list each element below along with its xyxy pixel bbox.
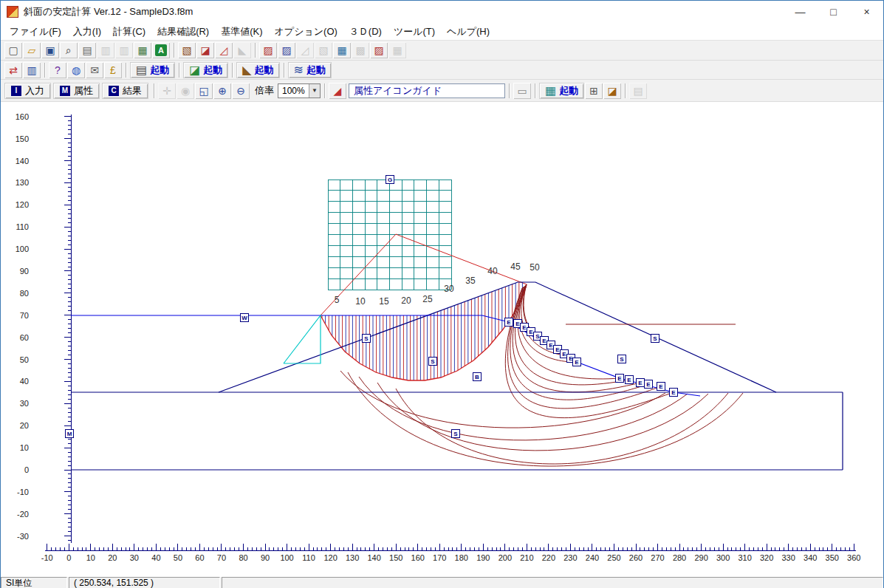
menu-item-5[interactable]: オプション(O) — [269, 24, 343, 40]
attribute-launch-button[interactable]: ▦起動 — [539, 83, 584, 99]
mode-result-button[interactable]: C結果 — [102, 83, 148, 99]
svg-text:5: 5 — [335, 295, 340, 305]
svg-text:70: 70 — [20, 311, 29, 320]
launch-label: 起動 — [150, 64, 169, 77]
attribute-a-icon-glyph: A — [155, 44, 167, 56]
svg-text:320: 320 — [760, 553, 773, 562]
drawing-canvas[interactable]: 1601501401301201101009080706050403020100… — [1, 102, 883, 576]
fem-tool-launch-button[interactable]: ≋起動 — [288, 62, 332, 78]
svg-text:E: E — [522, 324, 527, 331]
zoom-window-icon[interactable]: ◱ — [195, 83, 213, 99]
svg-text:150: 150 — [389, 553, 402, 562]
svg-text:30: 30 — [130, 553, 139, 562]
save-icon-glyph: ▣ — [45, 45, 55, 55]
app-icon — [7, 6, 18, 18]
zoom-label: 倍率 — [255, 84, 274, 98]
report-icon[interactable]: ▤ — [78, 42, 96, 58]
svg-text:50: 50 — [20, 355, 29, 364]
save-icon[interactable]: ▣ — [41, 42, 59, 58]
chart-tool-launch-glyph: ◪ — [189, 64, 200, 76]
svg-text:45: 45 — [510, 261, 521, 272]
zoom-dropdown-arrow[interactable]: ▼ — [309, 84, 320, 98]
svg-text:250: 250 — [607, 553, 620, 562]
section-tool-1-icon[interactable]: ▨ — [259, 42, 277, 58]
ratio-icon[interactable]: ⊞ — [585, 83, 603, 99]
svg-text:280: 280 — [673, 553, 686, 562]
close-button[interactable]: × — [850, 1, 883, 23]
print-output-icon[interactable]: ▧ — [178, 42, 196, 58]
print-preview-icon[interactable]: ⌕ — [60, 42, 78, 58]
menu-item-2[interactable]: 計算(C) — [107, 24, 151, 40]
guide-slope-icon[interactable]: ◢ — [329, 83, 346, 99]
slope-tool-launch-glyph: ◣ — [242, 64, 251, 76]
slope-draw-icon[interactable]: ◿ — [215, 42, 233, 58]
svg-text:230: 230 — [563, 553, 577, 562]
maximize-button[interactable]: □ — [817, 1, 850, 23]
svg-text:25: 25 — [422, 294, 433, 304]
mode-attribute-button[interactable]: M属性 — [53, 83, 100, 99]
new-file-icon[interactable]: ▢ — [4, 42, 22, 58]
help-icon[interactable]: ? — [49, 62, 66, 78]
svg-text:E: E — [659, 383, 663, 390]
svg-text:140: 140 — [367, 553, 380, 562]
toolbar-separator — [625, 83, 626, 98]
paste-doc-icon-glyph: ▥ — [119, 45, 129, 55]
clear-guide-icon[interactable]: ▭ — [513, 83, 531, 99]
slope-tool-launch-button[interactable]: ◣起動 — [236, 62, 279, 78]
slope-draw-icon-glyph: ◿ — [220, 45, 228, 55]
toolbar-separator — [44, 63, 45, 78]
hand-tool-icon-glyph: ◉ — [181, 86, 190, 96]
attribute-a-icon[interactable]: A — [152, 42, 170, 58]
toolbar-separator — [255, 43, 256, 58]
section-tool-5-icon[interactable]: ▦ — [333, 42, 351, 58]
screen-icon-glyph: ▦ — [137, 45, 147, 55]
menu-item-6[interactable]: ３Ｄ(D) — [343, 24, 388, 40]
menu-item-1[interactable]: 入力(I) — [67, 24, 107, 40]
mail-icon[interactable]: ✉ — [86, 62, 103, 78]
zoom-window-icon-glyph: ◱ — [199, 86, 208, 96]
open-file-icon[interactable]: ▱ — [23, 42, 41, 58]
svg-text:160: 160 — [16, 112, 29, 121]
graph-output-icon-glyph: ◪ — [200, 45, 210, 55]
copy-doc-icon: ▥ — [97, 42, 114, 58]
svg-text:S: S — [620, 356, 624, 363]
compare-icon[interactable]: ◪ — [603, 83, 621, 99]
berm-triangle — [284, 315, 321, 363]
web-support-icon[interactable]: ◍ — [67, 62, 85, 78]
zoom-select[interactable]: 100% ▼ — [278, 83, 321, 98]
menu-item-4[interactable]: 基準値(K) — [215, 24, 268, 40]
svg-text:330: 330 — [782, 553, 795, 562]
monitor-view-icon[interactable]: ▥ — [23, 62, 41, 78]
minimize-button[interactable]: — — [784, 1, 817, 23]
menu-item-8[interactable]: ヘルプ(H) — [441, 24, 496, 40]
section-tool-7-icon-glyph: ▨ — [374, 45, 383, 55]
menu-item-3[interactable]: 結果確認(R) — [151, 24, 215, 40]
svg-text:360: 360 — [847, 553, 860, 562]
screen-icon[interactable]: ▦ — [134, 42, 151, 58]
svg-text:E: E — [542, 338, 546, 344]
menu-item-0[interactable]: ファイル(F) — [4, 24, 67, 40]
title-bar: 斜面の安定計算 Ver.12 - SampleD3.f8m — □ × — [1, 1, 883, 23]
zoom-out-icon[interactable]: ⊖ — [232, 83, 250, 99]
mode-input-label: 入力 — [25, 84, 44, 98]
fit-extent-icon[interactable]: ⇄ — [4, 62, 22, 78]
slope-section-drawing: 1601501401301201101009080706050403020100… — [1, 102, 883, 576]
svg-text:-10: -10 — [41, 553, 53, 562]
graph-output-icon[interactable]: ◪ — [196, 42, 214, 58]
svg-text:50: 50 — [174, 553, 182, 562]
print-tool-launch-button[interactable]: ▤起動 — [130, 62, 175, 78]
attribute-icon-guide-field: 属性アイコンガイド — [349, 83, 505, 98]
svg-text:310: 310 — [738, 553, 751, 562]
svg-text:E: E — [507, 319, 511, 326]
section-tool-2-icon[interactable]: ▨ — [278, 42, 295, 58]
print-view-icon: ▤ — [629, 83, 647, 99]
chart-tool-launch-button[interactable]: ◪起動 — [183, 62, 228, 78]
svg-text:240: 240 — [586, 553, 599, 562]
zoom-in-icon[interactable]: ⊕ — [213, 83, 231, 99]
mode-input-button[interactable]: I入力 — [4, 83, 51, 99]
menu-item-7[interactable]: ツール(T) — [388, 24, 441, 40]
section-tool-7-icon[interactable]: ▨ — [370, 42, 388, 58]
svg-text:E: E — [627, 377, 631, 383]
monitor-view-icon-glyph: ▥ — [27, 65, 36, 75]
license-icon[interactable]: £ — [104, 62, 122, 78]
